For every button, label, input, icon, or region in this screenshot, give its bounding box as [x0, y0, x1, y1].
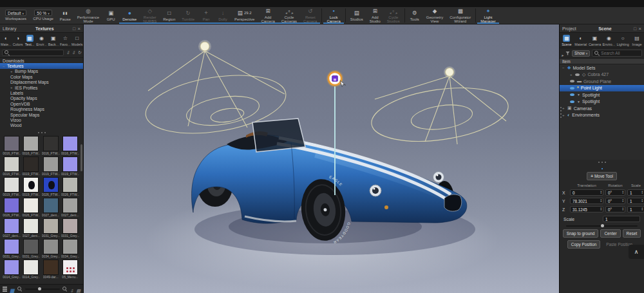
stepper-icon[interactable]	[641, 207, 643, 211]
project-tab[interactable]: Camera	[588, 33, 602, 47]
zoom-out-icon[interactable]	[17, 287, 23, 292]
library-tab[interactable]: Mate...	[0, 33, 12, 47]
scale-x-input[interactable]: 1	[627, 189, 644, 196]
texture-thumbnail[interactable]: 0014_Grey...	[2, 260, 21, 279]
move-tool-button[interactable]: Move Tool	[587, 172, 617, 180]
library-tab[interactable]: Back...	[48, 33, 59, 47]
library-search-input[interactable]	[2, 50, 64, 56]
toolbar-button-performance-mode[interactable]: Performance Mode	[74, 7, 102, 24]
texture-swatch[interactable]	[62, 239, 78, 254]
scene-tree-item[interactable]: Point Light	[560, 85, 644, 92]
toolbar-button-perspective[interactable]: 29.2 Perspective	[231, 7, 258, 24]
realtime-viewport[interactable]: EAGLE GOODYEAR	[84, 24, 559, 293]
expander-icon[interactable]: +	[562, 106, 565, 110]
visibility-eye-icon[interactable]	[570, 92, 575, 97]
toolbar-button-studios[interactable]: Studios	[347, 7, 366, 24]
texture-thumbnail[interactable]: 0026_FTW...	[41, 177, 61, 197]
texture-swatch[interactable]	[62, 198, 78, 213]
undock-icon[interactable]	[73, 26, 75, 31]
toolbar-button-tools[interactable]: Tools	[406, 7, 423, 24]
texture-thumbnail[interactable]: 0027_deni...	[21, 218, 41, 238]
texture-thumbnail[interactable]: 0019_FTW...	[21, 156, 41, 176]
visibility-eye-icon[interactable]	[570, 99, 575, 104]
library-tab[interactable]: Favo...	[59, 33, 71, 47]
texture-thumbnail[interactable]: 0016_FTW...	[2, 156, 21, 176]
texture-swatch[interactable]	[23, 239, 39, 254]
texture-thumbnail[interactable]: 0034_Grey...	[61, 239, 80, 259]
stepper-icon[interactable]	[621, 199, 624, 203]
refresh-icon[interactable]	[77, 50, 81, 55]
library-tab[interactable]: Envir...	[35, 33, 47, 47]
texture-swatch[interactable]	[43, 136, 59, 151]
texture-swatch[interactable]	[4, 156, 19, 172]
expander-icon[interactable]: −	[3, 64, 6, 68]
toolbar-button-geometry-view[interactable]: Geometry View	[423, 7, 446, 24]
toolbar-button-cycle-cameras[interactable]: Cycle Cameras	[278, 7, 300, 24]
library-folder[interactable]: − Textures	[0, 63, 83, 68]
library-folder[interactable]: Roughness Maps	[0, 107, 83, 112]
panel-splitter[interactable]	[560, 160, 644, 165]
texture-swatch[interactable]	[4, 177, 19, 193]
toolbar-button-configurator-wizard[interactable]: Configurator Wizard	[446, 7, 474, 24]
expander-icon[interactable]: +	[570, 73, 573, 77]
undock-icon[interactable]	[634, 26, 636, 31]
texture-swatch[interactable]	[4, 198, 19, 213]
texture-swatch[interactable]	[23, 198, 39, 213]
texture-thumbnail[interactable]: 0016_FTW...	[41, 136, 61, 156]
texture-thumbnail[interactable]: 0027_deni...	[2, 218, 21, 238]
toolbar-button-region[interactable]: Region	[160, 7, 178, 24]
texture-thumbnail[interactable]: 0016_FTW...	[2, 136, 21, 156]
reset-button[interactable]: Reset	[623, 229, 641, 238]
texture-thumbnail[interactable]: 0031_Grey...	[41, 218, 61, 238]
library-folder[interactable]: Downloads	[0, 58, 83, 63]
panel-splitter[interactable]	[0, 130, 83, 135]
texture-swatch[interactable]	[62, 260, 78, 275]
texture-swatch[interactable]	[43, 239, 59, 254]
stepper-icon[interactable]	[600, 191, 602, 194]
import-icon[interactable]	[70, 283, 74, 293]
grid-view-icon[interactable]	[10, 283, 15, 293]
library-tab[interactable]: Models	[71, 33, 83, 47]
translation-x-input[interactable]: 0	[570, 189, 603, 196]
texture-swatch[interactable]	[23, 136, 39, 151]
scene-tree-item[interactable]: + Cobra 427	[560, 71, 644, 79]
library-folder[interactable]: Opacity Maps	[0, 96, 83, 101]
library-folder[interactable]: Color Maps	[0, 74, 83, 79]
library-folder[interactable]: Specular Maps	[0, 112, 83, 117]
stepper-icon[interactable]	[641, 199, 643, 203]
folder-icon[interactable]	[76, 283, 80, 293]
texture-swatch[interactable]	[43, 218, 59, 234]
library-folder[interactable]: Labels	[0, 90, 83, 95]
texture-swatch[interactable]	[4, 218, 19, 234]
stepper-icon[interactable]	[641, 191, 643, 194]
scene-tree-item[interactable]: Spotlight	[560, 91, 644, 99]
stepper-icon[interactable]	[621, 191, 624, 194]
expander-icon[interactable]: +	[562, 113, 565, 117]
texture-thumbnail[interactable]: 0019_FTW...	[41, 156, 61, 176]
toolbar-button-denoise[interactable]: Denoise	[119, 7, 140, 24]
visibility-eye-icon[interactable]	[570, 79, 575, 84]
library-folder[interactable]: + IES Profiles	[0, 85, 83, 90]
scale-z-input[interactable]: 1	[627, 206, 644, 213]
library-folder[interactable]: + Bump Maps	[0, 69, 83, 74]
library-folder[interactable]: Displacement Maps	[0, 80, 83, 85]
texture-thumbnail[interactable]: 0031_Grey...	[61, 218, 80, 238]
texture-thumbnail[interactable]: 0034_Grey...	[41, 239, 61, 259]
scene-tree-item[interactable]: Ground Plane	[560, 78, 644, 85]
texture-thumbnail[interactable]: 0031_Grey...	[2, 239, 21, 259]
project-tab[interactable]: Enviro...	[601, 33, 616, 47]
library-tab[interactable]: Text...	[24, 33, 35, 47]
library-folder[interactable]: Vizoo	[0, 117, 83, 122]
texture-swatch[interactable]	[23, 218, 39, 234]
library-folder[interactable]: Wood	[0, 123, 83, 128]
slider-knob[interactable]	[601, 224, 604, 227]
toolbar-button-dolly[interactable]: Dolly	[214, 7, 231, 24]
library-tab[interactable]: Colors	[12, 33, 23, 47]
project-tab[interactable]: Material	[574, 33, 588, 47]
texture-thumbnail[interactable]: 0026_FTW...	[61, 177, 80, 197]
slider-knob[interactable]	[38, 287, 41, 290]
texture-swatch[interactable]	[4, 260, 19, 275]
texture-thumbnail[interactable]: 0049-dar...	[41, 260, 61, 279]
toolbar-button-light-manager[interactable]: Light Manager	[477, 7, 499, 24]
center-button[interactable]: Center	[600, 229, 620, 238]
